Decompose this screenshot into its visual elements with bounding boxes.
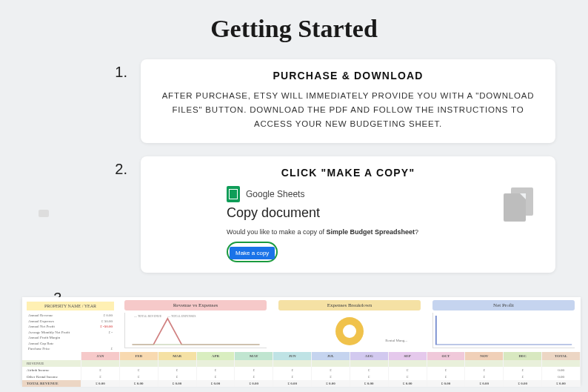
steps-container: 1. PURCHASE & DOWNLOAD AFTER PURCHASE, E… bbox=[89, 59, 555, 273]
property-meta-panel: PROPERTY NAME / YEAR Annual Revenue£ 0.0… bbox=[22, 297, 118, 352]
carousel-thumb-icon bbox=[39, 210, 49, 217]
table-row: Airbnb Income££££££££££££0.00 bbox=[22, 367, 581, 373]
google-sheets-row: Google Sheets bbox=[227, 186, 536, 202]
month-header: DEC bbox=[504, 352, 542, 360]
meta-row: Annual Revenue£ 0.00 bbox=[27, 313, 114, 319]
page-title: Getting Started bbox=[0, 0, 588, 59]
donut-chart-icon bbox=[335, 317, 364, 345]
chart-title-profit: Net Profit bbox=[432, 300, 575, 310]
month-header: SEP bbox=[389, 352, 427, 360]
step-1-number: 1. bbox=[89, 59, 141, 81]
line-chart-icon bbox=[125, 313, 267, 348]
step-1-card: PURCHASE & DOWNLOAD AFTER PURCHASE, ETSY… bbox=[141, 59, 555, 143]
month-header: JUN bbox=[273, 352, 312, 360]
step-2-card: CLICK "MAKE A COPY" Google Sheets Copy d… bbox=[141, 156, 555, 273]
month-header: TOTAL bbox=[542, 352, 581, 360]
meta-row: Annual Cap Rate bbox=[27, 341, 114, 347]
month-header: NOV bbox=[465, 352, 504, 360]
table-row: Other Rental Income££££££££££££0.00 bbox=[22, 373, 581, 380]
chart-expenses-breakdown: Expenses Breakdown Rental Mang... bbox=[273, 297, 427, 352]
step-1-heading: PURCHASE & DOWNLOAD bbox=[160, 70, 536, 82]
copy-document-title: Copy document bbox=[227, 205, 536, 221]
month-header: MAY bbox=[235, 352, 273, 360]
google-sheets-label: Google Sheets bbox=[246, 189, 304, 199]
table-row: REVENUE bbox=[22, 360, 581, 367]
step-1-body: AFTER PURCHASE, ETSY WILL IMMEDIATELY PR… bbox=[160, 89, 536, 131]
chart-net-profit: Net Profit bbox=[427, 297, 581, 352]
table-row: TOTAL REVENUE£ 0.00£ 0.00£ 0.00£ 0.00£ 0… bbox=[22, 380, 581, 387]
month-header: JUL bbox=[312, 352, 350, 360]
chart-title-rev-exp: Revenue vs Expenses bbox=[124, 300, 267, 310]
month-header: AUG bbox=[350, 352, 389, 360]
profit-line-icon bbox=[433, 313, 575, 348]
month-header: FEB bbox=[120, 352, 158, 360]
spreadsheet-grid: JANFEBMARAPRMAYJUNJULAUGSEPOCTNOVDECTOTA… bbox=[22, 352, 581, 385]
copy-question: Would you like to make a copy of Simple … bbox=[227, 228, 536, 236]
step-2-heading: CLICK "MAKE A COPY" bbox=[160, 167, 536, 179]
meta-row: Purchase Price£ bbox=[27, 346, 114, 352]
spreadsheet-preview: PROPERTY NAME / YEAR Annual Revenue£ 0.0… bbox=[22, 297, 581, 385]
meta-row: Annual Net Profit£ -50.00 bbox=[27, 324, 114, 330]
meta-row: Annual Profit Margin bbox=[27, 335, 114, 341]
chart-title-breakdown: Expenses Breakdown bbox=[278, 300, 421, 310]
property-meta-header: PROPERTY NAME / YEAR bbox=[27, 302, 114, 310]
meta-row: Average Monthly Net Profit£ - bbox=[27, 330, 114, 336]
meta-row: Annual Expenses£ 50.00 bbox=[27, 319, 114, 325]
step-2: 2. CLICK "MAKE A COPY" Google Sheets Cop… bbox=[89, 156, 555, 273]
step-2-number: 2. bbox=[89, 156, 141, 178]
donut-slice-label: Rental Mang... bbox=[385, 339, 407, 342]
month-header: MAR bbox=[158, 352, 197, 360]
make-a-copy-button[interactable]: Make a copy bbox=[230, 247, 275, 259]
month-header: OCT bbox=[427, 352, 466, 360]
make-a-copy-highlight: Make a copy bbox=[227, 242, 278, 262]
chart-revenue-vs-expenses: Revenue vs Expenses TOTAL REVENUE TOTAL … bbox=[118, 297, 273, 352]
month-header: APR bbox=[197, 352, 235, 360]
step-1: 1. PURCHASE & DOWNLOAD AFTER PURCHASE, E… bbox=[89, 59, 555, 143]
google-sheets-icon bbox=[227, 186, 240, 202]
document-stack-icon bbox=[504, 187, 533, 222]
month-header: JAN bbox=[81, 352, 120, 360]
